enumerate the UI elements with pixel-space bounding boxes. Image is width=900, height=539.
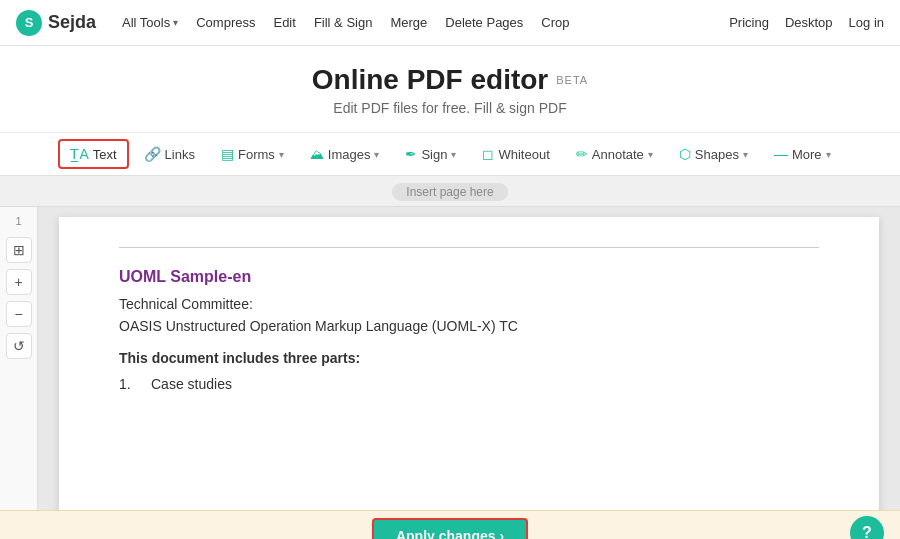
pdf-list-item: 1. Case studies: [119, 376, 819, 392]
main-area: 1 ⊞ + − ↺ UOML Sample-en Technical Commi…: [0, 207, 900, 539]
page-number: 1: [15, 215, 21, 227]
insert-page-bar[interactable]: Insert page here: [0, 176, 900, 207]
pdf-section-title[interactable]: This document includes three parts:: [119, 350, 819, 366]
shapes-icon: ⬡: [679, 146, 691, 162]
pdf-committee-label[interactable]: Technical Committee:: [119, 296, 819, 312]
pdf-page: UOML Sample-en Technical Committee: OASI…: [59, 217, 879, 539]
reset-zoom-btn[interactable]: ↺: [6, 333, 32, 359]
forms-icon: ▤: [221, 146, 234, 162]
nav-crop[interactable]: Crop: [533, 11, 577, 34]
list-text[interactable]: Case studies: [151, 376, 232, 392]
hero-section: Online PDF editor BETA Edit PDF files fo…: [0, 46, 900, 133]
more-icon: —: [774, 146, 788, 162]
nav-all-tools[interactable]: All Tools ▾: [114, 11, 186, 34]
toolbar: T̲A Text 🔗 Links ▤ Forms ▾ ⛰ Images ▾ ✒ …: [0, 133, 900, 176]
apply-changes-button[interactable]: Apply changes ›: [372, 518, 528, 540]
annotate-icon: ✏: [576, 146, 588, 162]
list-number: 1.: [119, 376, 135, 392]
pdf-divider: [119, 247, 819, 248]
nav-bar: S Sejda All Tools ▾ Compress Edit Fill &…: [0, 0, 900, 46]
toolbar-annotate-btn[interactable]: ✏ Annotate ▾: [565, 140, 664, 168]
nav-right: Pricing Desktop Log in: [729, 15, 884, 30]
images-icon: ⛰: [310, 146, 324, 162]
beta-badge: BETA: [556, 74, 588, 86]
toolbar-images-btn[interactable]: ⛰ Images ▾: [299, 140, 391, 168]
links-icon: 🔗: [144, 146, 161, 162]
toolbar-sign-btn[interactable]: ✒ Sign ▾: [394, 140, 467, 168]
pdf-document-title[interactable]: UOML Sample-en: [119, 268, 819, 286]
side-tools: 1 ⊞ + − ↺: [0, 207, 38, 539]
logo[interactable]: S Sejda: [16, 10, 96, 36]
chevron-down-icon: ▾: [826, 149, 831, 160]
hero-title: Online PDF editor BETA: [0, 64, 900, 96]
zoom-out-btn[interactable]: −: [6, 301, 32, 327]
chevron-down-icon: ▾: [173, 17, 178, 28]
chevron-down-icon: ▾: [374, 149, 379, 160]
pdf-committee-value[interactable]: OASIS Unstructured Operation Markup Lang…: [119, 318, 819, 334]
chevron-down-icon: ▾: [279, 149, 284, 160]
hero-subtitle: Edit PDF files for free. Fill & sign PDF: [0, 100, 900, 116]
chevron-down-icon: ▾: [743, 149, 748, 160]
toolbar-text-btn[interactable]: T̲A Text: [58, 139, 128, 169]
toolbar-forms-btn[interactable]: ▤ Forms ▾: [210, 140, 295, 168]
zoom-in-btn[interactable]: +: [6, 269, 32, 295]
toolbar-more-btn[interactable]: — More ▾: [763, 140, 842, 168]
nav-fill-sign[interactable]: Fill & Sign: [306, 11, 381, 34]
nav-delete-pages[interactable]: Delete Pages: [437, 11, 531, 34]
apply-changes-bar: Apply changes ›: [0, 510, 900, 539]
nav-pricing[interactable]: Pricing: [729, 15, 769, 30]
text-icon: T̲A: [70, 146, 88, 162]
logo-icon: S: [16, 10, 42, 36]
nav-links: All Tools ▾ Compress Edit Fill & Sign Me…: [114, 11, 729, 34]
toolbar-whiteout-btn[interactable]: ◻ Whiteout: [471, 140, 560, 168]
logo-name: Sejda: [48, 12, 96, 33]
nav-desktop[interactable]: Desktop: [785, 15, 833, 30]
chevron-down-icon: ▾: [648, 149, 653, 160]
toolbar-links-btn[interactable]: 🔗 Links: [133, 140, 206, 168]
chevron-down-icon: ▾: [451, 149, 456, 160]
nav-compress[interactable]: Compress: [188, 11, 263, 34]
sign-icon: ✒: [405, 146, 417, 162]
fit-page-btn[interactable]: ⊞: [6, 237, 32, 263]
pdf-area: UOML Sample-en Technical Committee: OASI…: [38, 207, 900, 539]
whiteout-icon: ◻: [482, 146, 494, 162]
nav-edit[interactable]: Edit: [265, 11, 303, 34]
nav-merge[interactable]: Merge: [382, 11, 435, 34]
toolbar-shapes-btn[interactable]: ⬡ Shapes ▾: [668, 140, 759, 168]
nav-login[interactable]: Log in: [849, 15, 884, 30]
